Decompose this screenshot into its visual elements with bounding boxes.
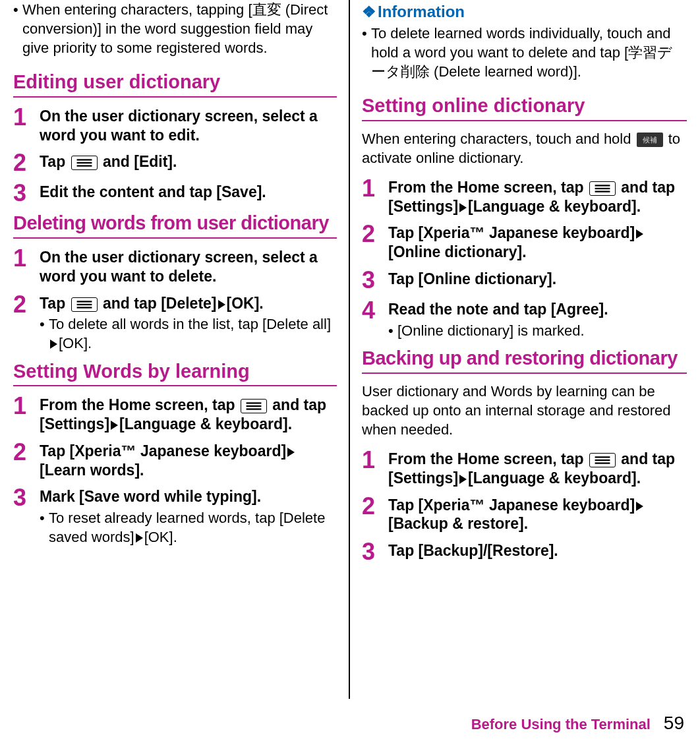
step-number: 2 — [13, 293, 29, 353]
step-title: Tap [Xperia™ Japanese keyboard][Backup &… — [388, 496, 687, 534]
triangle-icon — [636, 229, 643, 239]
step-number: 3 — [362, 540, 378, 564]
diamond-icon: ❖ — [362, 3, 375, 20]
learning-step-2: 2 Tap [Xperia™ Japanese keyboard][Learn … — [13, 440, 337, 480]
step-number: 1 — [13, 105, 29, 145]
deleting-step-2: 2 Tap and tap [Delete][OK]. To delete al… — [13, 293, 337, 353]
online-step-2: 2 Tap [Xperia™ Japanese keyboard][Online… — [362, 222, 687, 262]
online-intro: When entering characters, touch and hold… — [362, 129, 687, 167]
step-title: Tap [Xperia™ Japanese keyboard][Online d… — [388, 223, 687, 262]
backup-step-3: 3 Tap [Backup]/[Restore]. — [362, 540, 687, 564]
step-number: 4 — [362, 299, 378, 340]
triangle-icon — [218, 300, 225, 309]
backup-intro: User dictionary and Words by learning ca… — [362, 382, 687, 439]
editing-step-1: 1 On the user dictionary screen, select … — [13, 105, 337, 145]
step-title: On the user dictionary screen, select a … — [40, 248, 337, 286]
online-step-4: 4 Read the note and tap [Agree]. [Online… — [362, 299, 687, 340]
information-heading: ❖Information — [362, 3, 687, 21]
learning-step-1: 1 From the Home screen, tap and tap [Set… — [13, 394, 337, 434]
heading-setting-online-dictionary: Setting online dictionary — [362, 94, 687, 121]
option-key-icon: 候補 — [637, 133, 663, 147]
step-title: Edit the content and tap [Save]. — [40, 183, 337, 202]
page-footer: Before Using the Terminal 59 — [471, 713, 684, 734]
step-title: From the Home screen, tap and tap [Setti… — [388, 178, 687, 216]
menu-icon — [241, 399, 267, 413]
menu-icon — [71, 156, 98, 170]
triangle-icon — [636, 502, 643, 511]
step-number: 1 — [362, 177, 378, 216]
step-note-list: [Online dictionary] is marked. — [388, 322, 687, 341]
triangle-icon — [50, 340, 57, 349]
heading-editing-user-dictionary: Editing user dictionary — [13, 71, 337, 98]
intro-note-list: When entering characters, tapping [直変 (D… — [13, 0, 337, 57]
step-title: Mark [Save word while typing]. — [40, 487, 337, 506]
step-title: On the user dictionary screen, select a … — [40, 107, 337, 145]
step-number: 3 — [362, 268, 378, 292]
deleting-step-1: 1 On the user dictionary screen, select … — [13, 247, 337, 286]
backup-step-1: 1 From the Home screen, tap and tap [Set… — [362, 448, 687, 488]
intro-note-item: When entering characters, tapping [直変 (D… — [13, 0, 337, 57]
triangle-icon — [287, 448, 295, 457]
triangle-icon — [136, 533, 143, 543]
backup-step-2: 2 Tap [Xperia™ Japanese keyboard][Backup… — [362, 494, 687, 534]
triangle-icon — [459, 203, 467, 212]
step-number: 1 — [13, 247, 29, 286]
step-title: Tap [Xperia™ Japanese keyboard][Learn wo… — [40, 442, 337, 480]
step-title: Tap [Backup]/[Restore]. — [388, 541, 687, 560]
editing-step-3: 3 Edit the content and tap [Save]. — [13, 181, 337, 205]
step-title: From the Home screen, tap and tap [Setti… — [40, 396, 337, 434]
step-number: 1 — [362, 448, 378, 488]
triangle-icon — [459, 475, 467, 484]
step-note-list: To reset already learned words, tap [Del… — [40, 509, 337, 547]
step-number: 3 — [13, 181, 29, 205]
heading-backup-restore-dictionary: Backing up and restoring dictionary — [362, 347, 687, 374]
step-title: Tap and [Edit]. — [40, 152, 337, 171]
step-number: 2 — [13, 151, 29, 175]
menu-icon — [71, 297, 98, 312]
info-note-list: To delete learned words individually, to… — [362, 24, 687, 81]
menu-icon — [589, 181, 616, 196]
page-number: 59 — [664, 713, 684, 734]
step-title: From the Home screen, tap and tap [Setti… — [388, 450, 687, 488]
info-note-item: To delete learned words individually, to… — [362, 24, 687, 81]
step-title: Tap [Online dictionary]. — [388, 270, 687, 289]
online-step-1: 1 From the Home screen, tap and tap [Set… — [362, 177, 687, 216]
learning-step-3: 3 Mark [Save word while typing]. To rese… — [13, 486, 337, 547]
step-number: 2 — [362, 222, 378, 262]
step-number: 1 — [13, 394, 29, 434]
step-number: 2 — [13, 440, 29, 480]
menu-icon — [589, 453, 616, 467]
step-note-item: [Online dictionary] is marked. — [388, 322, 687, 341]
heading-deleting-words: Deleting words from user dictionary — [13, 212, 337, 239]
footer-section-label: Before Using the Terminal — [471, 716, 651, 733]
step-note-item: To reset already learned words, tap [Del… — [40, 509, 337, 547]
step-note-list: To delete all words in the list, tap [De… — [40, 315, 337, 353]
heading-setting-words-by-learning: Setting Words by learning — [13, 360, 337, 387]
step-note-item: To delete all words in the list, tap [De… — [40, 315, 337, 353]
online-step-3: 3 Tap [Online dictionary]. — [362, 268, 687, 292]
step-number: 3 — [13, 486, 29, 547]
step-title: Read the note and tap [Agree]. — [388, 300, 687, 319]
editing-step-2: 2 Tap and [Edit]. — [13, 151, 337, 175]
triangle-icon — [111, 421, 118, 430]
step-number: 2 — [362, 494, 378, 534]
step-title: Tap and tap [Delete][OK]. — [40, 294, 337, 313]
